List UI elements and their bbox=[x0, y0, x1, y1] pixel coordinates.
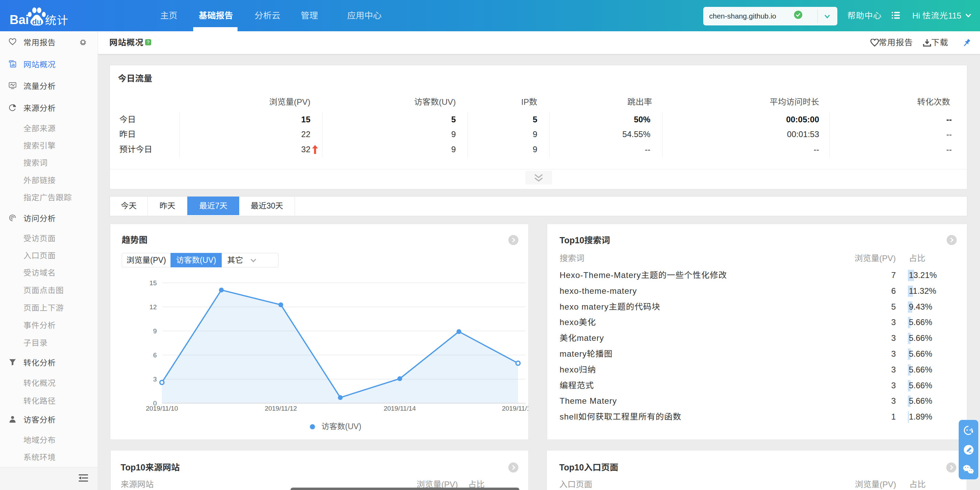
svg-text:2019/11/10: 2019/11/10 bbox=[146, 405, 178, 412]
svg-text:12: 12 bbox=[150, 304, 157, 311]
svg-text:2019/11/12: 2019/11/12 bbox=[265, 405, 297, 412]
svg-text:2019/11/16: 2019/11/16 bbox=[502, 405, 529, 412]
svg-text:访客数(UV): 访客数(UV) bbox=[321, 422, 361, 431]
svg-text:6: 6 bbox=[153, 352, 157, 359]
svg-text:15: 15 bbox=[150, 279, 157, 286]
svg-text:2019/11/14: 2019/11/14 bbox=[383, 405, 416, 412]
svg-text:9: 9 bbox=[153, 328, 157, 335]
svg-text:3: 3 bbox=[153, 375, 157, 383]
svg-text:du: du bbox=[32, 18, 41, 26]
